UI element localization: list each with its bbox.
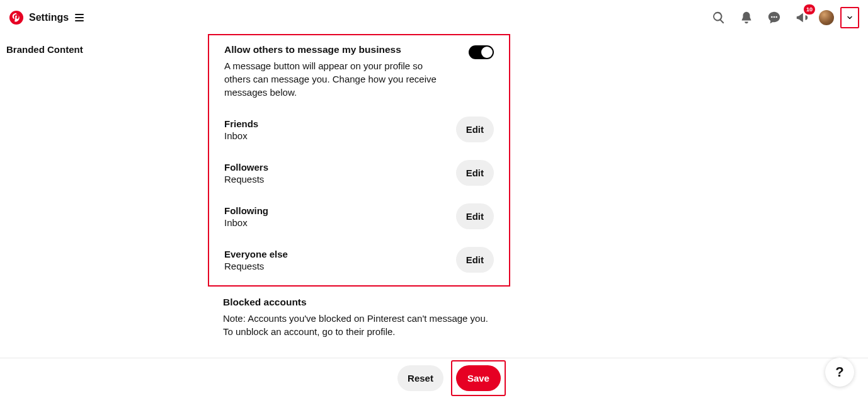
group-label: Friends (224, 118, 258, 129)
search-icon[interactable] (708, 7, 729, 28)
group-label: Everyone else (224, 249, 288, 259)
question-icon: ? (835, 364, 843, 380)
messaging-section-head: Allow others to message my business A me… (224, 44, 494, 99)
messaging-panel: Allow others to message my business A me… (208, 35, 510, 338)
svg-point-1 (771, 16, 773, 18)
group-row-everyone: Everyone else Requests Edit (224, 247, 494, 273)
blocked-section: Blocked accounts Note: Accounts you've b… (208, 287, 510, 338)
group-label: Following (224, 205, 268, 216)
pinterest-logo-icon[interactable] (9, 10, 24, 25)
svg-point-2 (774, 16, 775, 18)
messaging-highlight-box: Allow others to message my business A me… (208, 34, 510, 287)
save-highlight-box: Save (451, 360, 506, 396)
header-right: 10 (708, 7, 859, 28)
header: Settings 10 (0, 0, 868, 35)
edit-following-button[interactable]: Edit (456, 203, 494, 229)
edit-friends-button[interactable]: Edit (456, 117, 494, 142)
messaging-section-desc: A message button will appear on your pro… (224, 59, 451, 99)
edit-everyone-button[interactable]: Edit (456, 247, 494, 273)
group-row-followers: Followers Requests Edit (224, 160, 494, 186)
edit-followers-button[interactable]: Edit (456, 160, 494, 186)
layout: Branded Content Allow others to message … (0, 35, 868, 338)
save-button[interactable]: Save (456, 365, 501, 391)
group-row-friends: Friends Inbox Edit (224, 117, 494, 142)
updates-icon[interactable]: 10 (791, 7, 813, 28)
group-row-following: Following Inbox Edit (224, 203, 494, 229)
svg-point-3 (775, 16, 777, 18)
account-menu-button[interactable] (840, 7, 859, 28)
blocked-section-title: Blocked accounts (223, 297, 495, 308)
help-button[interactable]: ? (825, 358, 854, 387)
sidebar-item-branded-content[interactable]: Branded Content (6, 39, 101, 60)
avatar[interactable] (819, 10, 834, 25)
hamburger-icon[interactable] (75, 14, 84, 21)
content: Allow others to message my business A me… (101, 35, 868, 338)
group-value: Inbox (224, 217, 268, 228)
group-value: Requests (224, 261, 288, 271)
reset-button[interactable]: Reset (397, 365, 443, 391)
blocked-section-note: Note: Accounts you've blocked on Pintere… (223, 312, 494, 338)
footer: Reset Save (0, 358, 868, 398)
group-value: Inbox (224, 130, 258, 141)
messaging-section-title: Allow others to message my business (224, 44, 451, 55)
sidebar: Branded Content (0, 35, 101, 338)
allow-messaging-toggle[interactable] (469, 45, 494, 59)
bell-icon[interactable] (736, 7, 757, 28)
page-title: Settings (29, 12, 69, 23)
group-label: Followers (224, 162, 268, 173)
notifications-badge: 10 (804, 4, 815, 14)
chat-icon[interactable] (763, 7, 785, 28)
group-value: Requests (224, 174, 268, 185)
chevron-down-icon (846, 14, 854, 21)
header-left: Settings (9, 10, 84, 25)
